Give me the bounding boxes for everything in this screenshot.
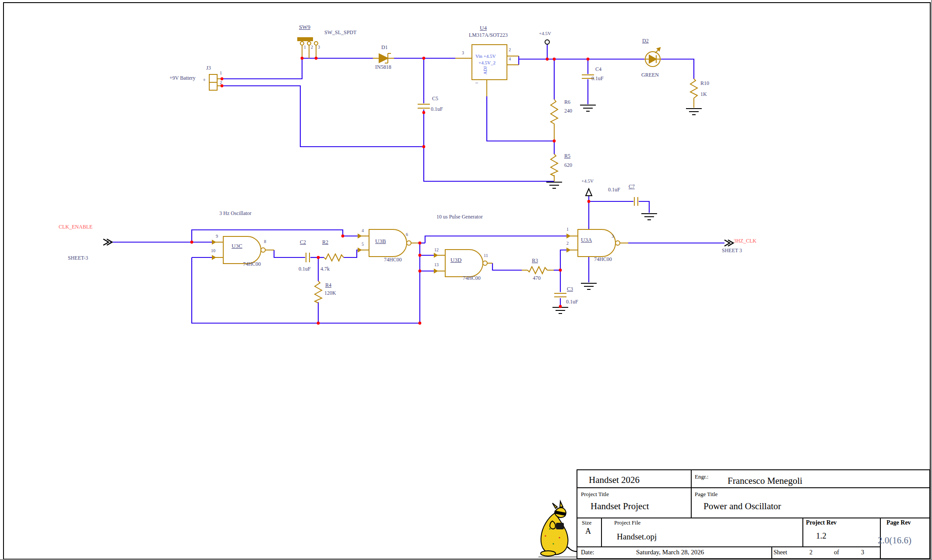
r3-value: 470 [533,275,541,281]
titleblock-page-title: Power and Oscillator [703,502,781,511]
c5-value: 0.1uF [431,106,443,112]
titleblock-line [577,518,929,518]
u4-ref: U4 [480,25,487,31]
kangaroo-logo [538,501,581,557]
sheet-ref-out: SHEET 3 [722,248,742,253]
titleblock-page-rev: 2.0(16.6) [878,536,911,545]
capacitor-c7 [634,197,638,206]
titleblock-sheet-total: 3 [861,549,864,556]
u3b-value: 74HC00 [384,257,402,262]
offpage-connector-out [724,240,733,246]
d1-value: IN5818 [375,64,391,70]
titleblock-date: Saturday, March 28, 2026 [636,549,704,556]
u3c-pin9: 9 [216,234,218,239]
capacitor-c3 [554,293,566,297]
resistor-r6 [551,99,558,141]
ground-symbol-c4 [580,105,596,111]
u4-pin2: 2 [509,48,511,52]
r10-value: 1K [700,92,707,97]
r10-ref: R10 [700,81,709,86]
titleblock-size-label: Size [582,520,591,525]
sw9-pin3: 3 [318,45,320,49]
titleblock-line [577,487,929,488]
u3d-pin11: 11 [484,254,488,258]
diode-d1 [373,53,394,63]
u3c-pin8: 8 [264,239,266,244]
titleblock-line [601,518,602,546]
titleblock-sheet-num: 2 [809,549,812,556]
u4-vin-label: Vin +4.5V [475,54,496,59]
j3-plus: + [203,77,206,83]
schematic-page: SW9SW_SL_SPDT123J3+9V Battery+12D1IN5818… [0,0,932,560]
d2-ref: D2 [642,38,649,43]
titleblock-line [771,546,772,558]
components [209,38,697,303]
u3c-value: 74HC00 [243,261,261,267]
u3b-pin4: 4 [362,229,364,233]
titleblock-project-file-label: Project File [614,520,640,525]
u3a-value: 74HC00 [594,257,612,262]
u3d-pin12: 12 [434,248,439,252]
led-d2 [644,48,661,67]
titleblock-project-title: Handset Project [591,502,649,511]
c2-value: 0.1uF [299,266,311,271]
r2-ref: R2 [322,239,328,245]
ground-symbol-u3a [581,283,597,289]
u3b-pin5: 5 [362,242,364,247]
nand-gate-u3a [567,229,628,257]
c2-ref: C2 [300,239,306,245]
capacitor-c5 [418,104,430,108]
sw9-value: SW_SL_SPDT [324,30,356,35]
c7-ref: C7 [629,184,635,189]
u3b-pin6: 6 [406,232,408,237]
u3a-pin3: 3 [612,234,614,239]
u3c-pin10: 10 [211,249,215,253]
resistor-r3 [522,267,554,274]
u4-pin3: 3 [462,51,464,55]
pwr-45v-osc: +4.5V [581,179,594,183]
d2-value: GREEN [641,72,659,77]
c4-value: 0.1uF [591,76,604,81]
u4-adj-pin: – [475,80,478,85]
resistor-r5 [551,154,558,181]
sw9-ref: SW9 [299,24,310,30]
titleblock-sheet-label: Sheet [774,549,787,556]
symbols [103,40,733,313]
c5-ref: C5 [432,96,438,101]
titleblock-date-label: Date: [581,549,594,556]
r4-value: 120K [324,290,336,296]
u3d-pin13: 13 [434,263,439,267]
c3-value: 0.1uF [566,299,578,304]
pulse-section-title: 10 us Pulse Generator [436,214,483,219]
u4-adj-label: ADJ [483,67,488,74]
titleblock-project-file: Handset.opj [617,532,657,541]
resistor-r10 [690,79,697,108]
titleblock-line [577,546,881,547]
resistor-r4 [315,281,322,303]
net-3hz-clk: 3HZ_CLK [734,238,756,243]
j3-pin1: 1 [220,71,222,75]
titleblock-engr-label: Engr.: [695,474,708,479]
titleblock-size: A [585,527,591,535]
u3a-pin1: 1 [566,227,569,232]
ground-symbol-r10 [686,109,702,115]
capacitor-c2 [306,253,309,262]
r5-value: 620 [564,162,572,168]
titleblock-line [691,470,692,518]
power-symbol-45v-osc [586,189,592,196]
u4-pin4: 4 [509,57,511,61]
c4-ref: C4 [595,67,601,72]
u3a-ref: U3A [581,237,592,243]
sheet-ref-in: SHEET-3 [68,255,88,261]
r6-value: 240 [564,108,572,113]
u3b-ref: U3B [375,238,386,244]
j3-ref: J3 [206,65,211,70]
ground-symbol-c3 [552,307,568,313]
u3d-value: 74HC00 [463,275,481,281]
u3d-ref: U3D [450,257,461,263]
titleblock-line [802,518,803,546]
r2-value: 4.7k [320,266,330,271]
d1-ref: D1 [381,45,388,50]
titleblock-sheet-of: of [834,549,839,556]
titleblock-top-title: Handset 2026 [589,475,640,485]
